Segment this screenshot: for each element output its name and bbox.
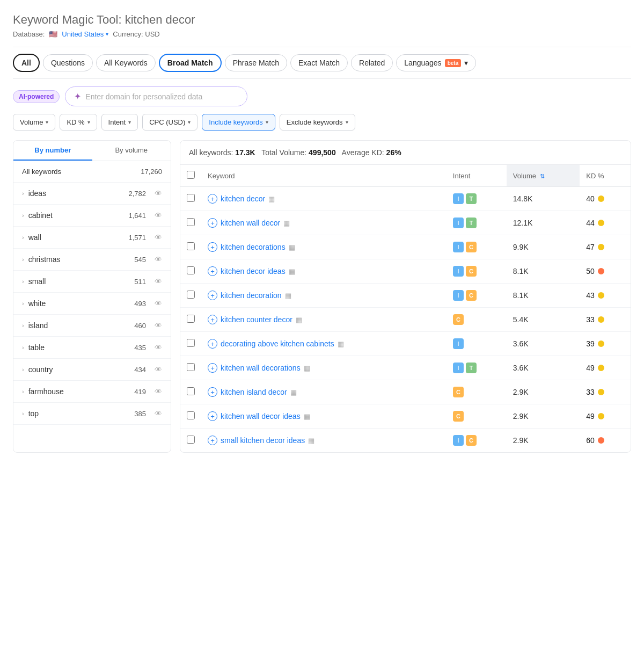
sidebar-item[interactable]: › top 385 👁 xyxy=(13,403,171,425)
add-keyword-icon[interactable]: + xyxy=(208,387,217,397)
sidebar-item[interactable]: › wall 1,571 👁 xyxy=(13,227,171,249)
sidebar-item[interactable]: › table 435 👁 xyxy=(13,337,171,359)
row-checkbox[interactable] xyxy=(187,266,195,274)
sidebar-item[interactable]: › small 511 👁 xyxy=(13,271,171,293)
header-volume[interactable]: Volume ⇅ xyxy=(507,165,580,187)
eye-icon[interactable]: 👁 xyxy=(155,409,162,418)
database-selector[interactable]: United States ▾ xyxy=(62,30,108,38)
header-intent: Intent xyxy=(447,165,507,187)
add-keyword-icon[interactable]: + xyxy=(208,218,217,228)
add-keyword-icon[interactable]: + xyxy=(208,339,217,349)
row-checkbox-cell xyxy=(180,404,201,429)
eye-icon[interactable]: 👁 xyxy=(155,255,162,264)
intent-badges: IC xyxy=(453,435,500,446)
sidebar-item[interactable]: › country 434 👁 xyxy=(13,359,171,381)
table-grid-icon[interactable]: ▦ xyxy=(285,292,291,300)
eye-icon[interactable]: 👁 xyxy=(155,365,162,374)
row-checkbox[interactable] xyxy=(187,363,195,371)
row-checkbox[interactable] xyxy=(187,315,195,323)
row-checkbox[interactable] xyxy=(187,291,195,299)
table-grid-icon[interactable]: ▦ xyxy=(296,316,302,324)
row-volume-cell: 5.4K xyxy=(507,308,580,332)
intent-badge-i: I xyxy=(453,290,464,301)
table-grid-icon[interactable]: ▦ xyxy=(290,388,297,396)
intent-badges: IT xyxy=(453,363,500,373)
chevron-down-icon: ▾ xyxy=(346,119,348,125)
intent-badge-t: T xyxy=(466,193,477,204)
add-keyword-icon[interactable]: + xyxy=(208,194,217,204)
eye-icon[interactable]: 👁 xyxy=(155,189,162,198)
add-keyword-icon[interactable]: + xyxy=(208,436,217,445)
tab-languages[interactable]: Languages beta ▾ xyxy=(396,54,476,71)
eye-icon[interactable]: 👁 xyxy=(155,277,162,286)
row-checkbox[interactable] xyxy=(187,242,195,250)
filter-cpc-label: CPC (USD) xyxy=(149,118,185,126)
table-grid-icon[interactable]: ▦ xyxy=(289,243,295,251)
row-checkbox[interactable] xyxy=(187,436,195,444)
tab-questions[interactable]: Questions xyxy=(43,54,93,71)
keyword-link[interactable]: kitchen decor xyxy=(221,194,265,203)
tab-all-keywords[interactable]: All Keywords xyxy=(96,54,156,71)
filter-volume[interactable]: Volume ▾ xyxy=(13,114,55,131)
row-checkbox[interactable] xyxy=(187,411,195,419)
add-keyword-icon[interactable]: + xyxy=(208,291,217,300)
table-grid-icon[interactable]: ▦ xyxy=(304,364,310,372)
row-checkbox[interactable] xyxy=(187,387,195,395)
tab-related[interactable]: Related xyxy=(351,54,393,71)
eye-icon[interactable]: 👁 xyxy=(155,299,162,308)
keyword-link[interactable]: kitchen wall decor xyxy=(221,219,280,227)
keyword-link[interactable]: decorating above kitchen cabinets xyxy=(221,339,334,348)
table-grid-icon[interactable]: ▦ xyxy=(289,267,295,276)
sidebar-tab-by-number[interactable]: By number xyxy=(13,141,92,161)
table-grid-icon[interactable]: ▦ xyxy=(308,437,314,445)
table-grid-icon[interactable]: ▦ xyxy=(268,195,275,203)
sidebar-item[interactable]: › white 493 👁 xyxy=(13,293,171,315)
table-grid-icon[interactable]: ▦ xyxy=(338,340,344,348)
add-keyword-icon[interactable]: + xyxy=(208,266,217,276)
eye-icon[interactable]: 👁 xyxy=(155,211,162,220)
sidebar-item[interactable]: › ideas 2,782 👁 xyxy=(13,183,171,205)
add-keyword-icon[interactable]: + xyxy=(208,242,217,252)
table-grid-icon[interactable]: ▦ xyxy=(283,219,290,227)
keyword-link[interactable]: kitchen decor ideas xyxy=(221,267,286,276)
eye-icon[interactable]: 👁 xyxy=(155,233,162,242)
tab-broad-match[interactable]: Broad Match xyxy=(159,54,222,72)
sidebar-item[interactable]: › cabinet 1,641 👁 xyxy=(13,205,171,227)
filter-exclude-keywords[interactable]: Exclude keywords ▾ xyxy=(280,114,355,131)
add-keyword-icon[interactable]: + xyxy=(208,315,217,324)
filter-intent[interactable]: Intent ▾ xyxy=(101,114,138,131)
add-keyword-icon[interactable]: + xyxy=(208,411,217,421)
eye-icon[interactable]: 👁 xyxy=(155,321,162,330)
table-grid-icon[interactable]: ▦ xyxy=(304,412,310,421)
keyword-link[interactable]: kitchen wall decorations xyxy=(221,364,301,372)
add-keyword-icon[interactable]: + xyxy=(208,363,217,373)
kd-number: 50 xyxy=(586,267,595,276)
keyword-link[interactable]: kitchen island decor xyxy=(221,388,287,396)
eye-icon[interactable]: 👁 xyxy=(155,387,162,396)
keyword-link[interactable]: kitchen counter decor xyxy=(221,315,292,324)
sidebar-item[interactable]: › island 460 👁 xyxy=(13,315,171,337)
sidebar-tab-by-volume[interactable]: By volume xyxy=(92,141,171,161)
filter-kd[interactable]: KD % ▾ xyxy=(60,114,97,131)
table-row: + small kitchen decor ideas ▦ IC2.9K 60 xyxy=(180,429,631,453)
sidebar-item[interactable]: › farmhouse 419 👁 xyxy=(13,381,171,403)
keyword-link[interactable]: kitchen wall decor ideas xyxy=(221,412,301,421)
row-checkbox[interactable] xyxy=(187,218,195,226)
sidebar-item[interactable]: › christmas 545 👁 xyxy=(13,249,171,271)
keyword-link[interactable]: kitchen decorations xyxy=(221,243,286,251)
filter-include-keywords[interactable]: Include keywords ▾ xyxy=(202,114,275,131)
tab-all[interactable]: All xyxy=(13,54,40,72)
row-checkbox[interactable] xyxy=(187,339,195,347)
ai-domain-input[interactable]: ✦ Enter domain for personalized data xyxy=(65,86,247,106)
tab-exact-match[interactable]: Exact Match xyxy=(290,54,348,71)
eye-icon[interactable]: 👁 xyxy=(155,343,162,352)
keyword-link[interactable]: small kitchen decor ideas xyxy=(221,436,305,445)
keyword-link[interactable]: kitchen decoration xyxy=(221,291,282,300)
filter-cpc[interactable]: CPC (USD) ▾ xyxy=(142,114,197,131)
header-checkbox-cell xyxy=(180,165,201,187)
row-kd-cell: 47 xyxy=(580,235,631,259)
select-all-checkbox[interactable] xyxy=(187,171,195,179)
sidebar-keyword-count: 460 xyxy=(134,322,146,330)
row-checkbox[interactable] xyxy=(187,194,195,202)
tab-phrase-match[interactable]: Phrase Match xyxy=(225,54,287,71)
